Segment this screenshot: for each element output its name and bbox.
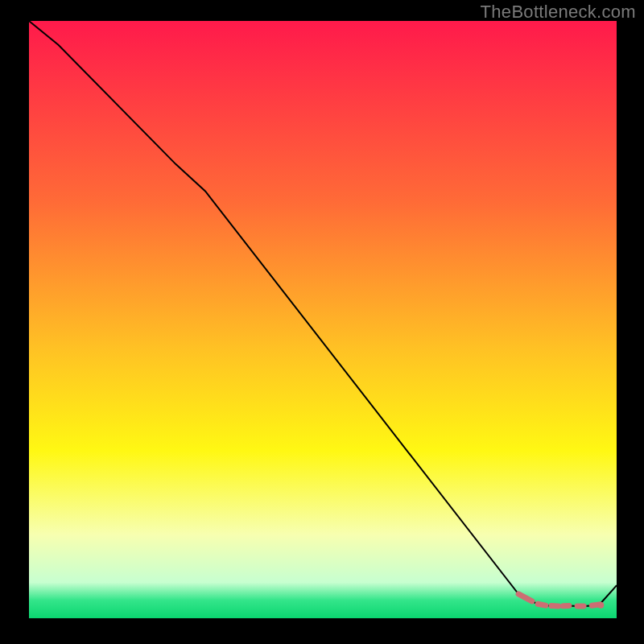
chart-frame: TheBottleneck.com xyxy=(0,0,644,644)
highlight-dash xyxy=(551,606,559,607)
chart-svg xyxy=(0,0,644,644)
highlight-dot xyxy=(597,602,604,609)
gradient-background xyxy=(29,21,617,618)
highlight-dash xyxy=(538,604,546,605)
